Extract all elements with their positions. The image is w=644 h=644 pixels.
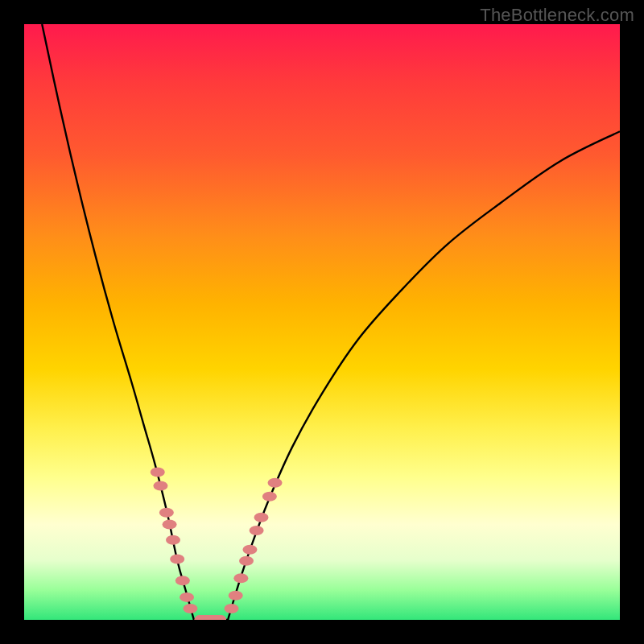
highlight-marker — [151, 467, 165, 477]
highlight-marker — [163, 520, 177, 530]
highlight-marker — [262, 492, 277, 502]
highlight-marker — [254, 513, 269, 522]
highlight-marker — [233, 573, 248, 583]
highlight-marker — [166, 535, 180, 545]
highlight-marker — [170, 555, 184, 564]
highlight-marker — [250, 526, 264, 535]
bottleneck-curve — [42, 24, 620, 620]
highlight-marker — [159, 508, 174, 518]
highlight-marker — [225, 604, 239, 613]
chart-frame: TheBottleneck.com — [0, 0, 644, 644]
marker-group — [151, 467, 283, 620]
highlight-marker — [153, 481, 167, 491]
plot-area — [24, 24, 620, 620]
highlight-marker — [242, 545, 257, 555]
highlight-marker — [175, 576, 190, 585]
highlight-marker — [229, 591, 243, 601]
highlight-marker — [239, 556, 254, 566]
highlight-marker — [183, 604, 197, 613]
curve-group — [42, 24, 620, 620]
highlight-marker — [180, 592, 194, 602]
watermark-text: TheBottleneck.com — [480, 5, 634, 26]
highlight-marker — [268, 478, 283, 488]
chart-svg — [24, 24, 620, 620]
